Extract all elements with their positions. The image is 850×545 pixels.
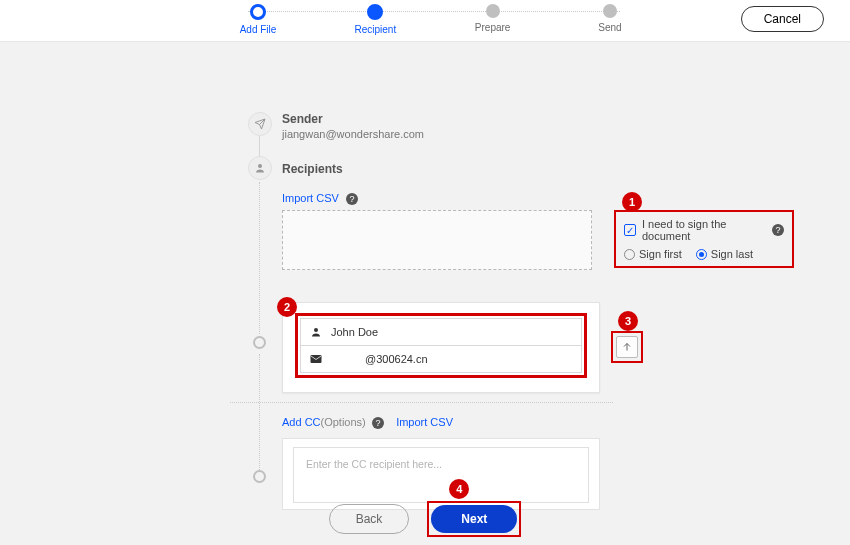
- step-add-file[interactable]: Add File: [218, 4, 298, 35]
- step-label: Prepare: [475, 22, 511, 33]
- content: Sender jiangwan@wondershare.com Recipien…: [0, 42, 850, 62]
- annotation-marker-1: 1: [622, 192, 642, 212]
- radio-icon: [624, 249, 635, 260]
- recipients-node: [248, 156, 272, 180]
- recipient-email-value: @300624.cn: [365, 353, 428, 365]
- recipient-card: John Doe @300624.cn: [282, 302, 600, 393]
- need-sign-checkbox[interactable]: ✓: [624, 224, 636, 236]
- import-csv-cc-link[interactable]: Import CSV: [396, 416, 453, 428]
- sign-first-radio[interactable]: Sign first: [624, 248, 682, 260]
- add-cc-link[interactable]: Add CC: [282, 416, 321, 428]
- help-icon[interactable]: ?: [346, 193, 358, 205]
- svg-point-0: [258, 164, 262, 168]
- annotation-marker-2: 2: [277, 297, 297, 317]
- next-button[interactable]: Next: [431, 505, 517, 533]
- topbar: Add File Recipient Prepare Send Cancel: [0, 0, 850, 42]
- sign-last-label: Sign last: [711, 248, 753, 260]
- timeline-segment: [259, 136, 260, 156]
- import-csv-row: Import CSV ?: [282, 192, 358, 205]
- cancel-button[interactable]: Cancel: [741, 6, 824, 32]
- csv-dropzone[interactable]: [282, 210, 592, 270]
- add-cc-suffix: (Options): [321, 416, 366, 428]
- sender-email: jiangwan@wondershare.com: [282, 128, 424, 140]
- step-label: Recipient: [354, 24, 396, 35]
- recipient-name-field[interactable]: John Doe: [300, 318, 582, 346]
- annotation-box-4: Next: [427, 501, 521, 537]
- recipients-title: Recipients: [282, 162, 343, 176]
- stepper: Add File Recipient Prepare Send: [218, 4, 650, 35]
- footer: Back 4 Next: [0, 493, 850, 545]
- timeline-segment: [259, 182, 260, 334]
- step-send[interactable]: Send: [570, 4, 650, 35]
- step-recipient[interactable]: Recipient: [335, 4, 415, 35]
- radio-icon: [696, 249, 707, 260]
- annotation-marker-3: 3: [618, 311, 638, 331]
- import-csv-link[interactable]: Import CSV: [282, 192, 339, 204]
- back-button[interactable]: Back: [329, 504, 410, 534]
- help-icon[interactable]: ?: [772, 224, 784, 236]
- step-dot-icon: [486, 4, 500, 18]
- timeline-ring: [253, 336, 266, 349]
- recipient-name-value: John Doe: [331, 326, 378, 338]
- need-sign-label: I need to sign the document: [642, 218, 766, 242]
- sign-options-panel: ✓ I need to sign the document ? Sign fir…: [614, 210, 794, 268]
- sender-node: [248, 112, 272, 136]
- step-dot-icon: [367, 4, 383, 20]
- move-up-button[interactable]: [616, 336, 638, 358]
- recipients-block: Recipients: [282, 162, 343, 176]
- svg-point-1: [314, 328, 318, 332]
- step-dot-icon: [250, 4, 266, 20]
- step-label: Add File: [240, 24, 277, 35]
- svg-rect-2: [311, 355, 322, 363]
- help-icon[interactable]: ?: [372, 417, 384, 429]
- cc-placeholder: Enter the CC recipient here...: [306, 458, 576, 470]
- timeline-segment: [259, 354, 260, 470]
- step-dot-icon: [603, 4, 617, 18]
- person-icon: [248, 156, 272, 180]
- sender-block: Sender jiangwan@wondershare.com: [282, 112, 424, 140]
- sender-title: Sender: [282, 112, 424, 126]
- sign-last-radio[interactable]: Sign last: [696, 248, 753, 260]
- step-prepare[interactable]: Prepare: [453, 4, 533, 35]
- annotation-marker-4: 4: [449, 479, 469, 499]
- timeline-ring: [253, 470, 266, 483]
- mail-icon: [309, 352, 323, 366]
- person-icon: [309, 325, 323, 339]
- send-icon: [248, 112, 272, 136]
- step-label: Send: [598, 22, 621, 33]
- recipient-email-field[interactable]: @300624.cn: [300, 346, 582, 373]
- divider: [230, 402, 613, 403]
- add-cc-row: Add CC(Options) ? Import CSV: [282, 416, 453, 429]
- sign-first-label: Sign first: [639, 248, 682, 260]
